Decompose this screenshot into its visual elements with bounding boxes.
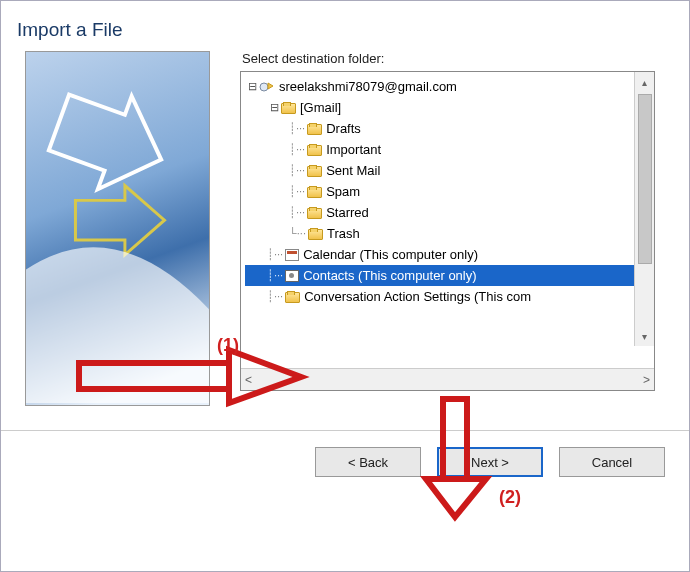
tree-label: Conversation Action Settings (This com bbox=[304, 286, 531, 307]
tree-item-important[interactable]: ┊···Important bbox=[245, 139, 654, 160]
back-button[interactable]: < Back bbox=[315, 447, 421, 477]
tree-label: sreelakshmi78079@gmail.com bbox=[279, 76, 457, 97]
account-icon bbox=[259, 80, 275, 94]
folder-icon bbox=[307, 145, 322, 156]
collapse-icon[interactable]: ⊟ bbox=[245, 76, 259, 97]
destination-label: Select destination folder: bbox=[242, 51, 673, 66]
folder-icon bbox=[307, 208, 322, 219]
tree-item-starred[interactable]: ┊···Starred bbox=[245, 202, 654, 223]
scroll-thumb[interactable] bbox=[638, 94, 652, 264]
vertical-scrollbar[interactable]: ▴ ▾ bbox=[634, 72, 654, 346]
scroll-right-icon[interactable]: > bbox=[643, 373, 650, 387]
scroll-down-icon[interactable]: ▾ bbox=[635, 326, 654, 346]
tree-label: Calendar (This computer only) bbox=[303, 244, 478, 265]
divider bbox=[1, 430, 689, 431]
tree-item-spam[interactable]: ┊···Spam bbox=[245, 181, 654, 202]
calendar-icon bbox=[285, 249, 299, 261]
tree-label: Trash bbox=[327, 223, 360, 244]
contacts-icon bbox=[285, 270, 299, 282]
tree-item-calendar[interactable]: ┊···Calendar (This computer only) bbox=[245, 244, 654, 265]
svg-point-2 bbox=[260, 83, 268, 91]
cancel-button[interactable]: Cancel bbox=[559, 447, 665, 477]
wizard-graphic bbox=[25, 51, 210, 406]
horizontal-scrollbar[interactable]: < > bbox=[241, 368, 654, 390]
tree-label: Important bbox=[326, 139, 381, 160]
svg-marker-1 bbox=[75, 186, 164, 255]
tree-item-contacts[interactable]: ┊···Contacts (This computer only) bbox=[245, 265, 654, 286]
scroll-left-icon[interactable]: < bbox=[245, 373, 252, 387]
folder-tree[interactable]: ⊟ sreelakshmi78079@gmail.com ⊟ [Gmail] ┊… bbox=[240, 71, 655, 391]
tree-label: Sent Mail bbox=[326, 160, 380, 181]
tree-label: Contacts (This computer only) bbox=[303, 265, 476, 286]
tree-label: Spam bbox=[326, 181, 360, 202]
button-row: < Back Next > Cancel bbox=[1, 447, 689, 493]
tree-gmail[interactable]: ⊟ [Gmail] bbox=[245, 97, 654, 118]
dialog-title: Import a File bbox=[1, 1, 689, 51]
folder-icon bbox=[308, 229, 323, 240]
tree-item-conversation[interactable]: ┊···Conversation Action Settings (This c… bbox=[245, 286, 654, 307]
folder-icon bbox=[307, 166, 322, 177]
svg-marker-0 bbox=[42, 76, 178, 206]
folder-icon bbox=[307, 124, 322, 135]
folder-icon bbox=[307, 187, 322, 198]
tree-label: Drafts bbox=[326, 118, 361, 139]
tree-label: Starred bbox=[326, 202, 369, 223]
folder-icon bbox=[281, 103, 296, 114]
folder-icon bbox=[285, 292, 300, 303]
tree-item-trash[interactable]: └···Trash bbox=[245, 223, 654, 244]
tree-account[interactable]: ⊟ sreelakshmi78079@gmail.com bbox=[245, 76, 654, 97]
tree-item-sentmail[interactable]: ┊···Sent Mail bbox=[245, 160, 654, 181]
tree-item-drafts[interactable]: ┊···Drafts bbox=[245, 118, 654, 139]
tree-label: [Gmail] bbox=[300, 97, 341, 118]
collapse-icon[interactable]: ⊟ bbox=[267, 97, 281, 118]
next-button[interactable]: Next > bbox=[437, 447, 543, 477]
scroll-up-icon[interactable]: ▴ bbox=[635, 72, 654, 92]
